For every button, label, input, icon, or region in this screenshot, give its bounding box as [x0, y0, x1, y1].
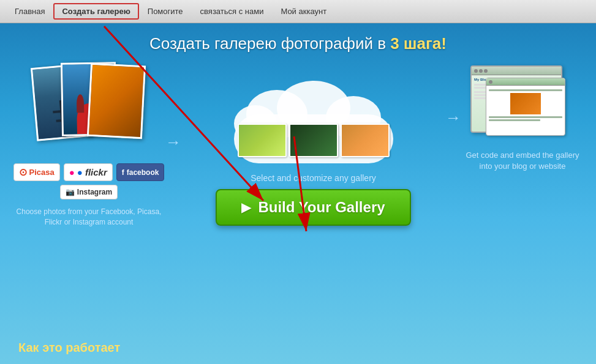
nav-account[interactable]: Мой аккаунт: [272, 3, 335, 20]
browser-line-s3: [489, 119, 540, 121]
browser-dot-3: [484, 69, 488, 73]
bottom-section: Как это работает: [18, 341, 120, 355]
photo-stack: [28, 59, 150, 157]
gallery-thumb-3: [341, 124, 390, 157]
social-logos: ⊙ Picasa ●● flickr f facebook 📷 Instagra…: [12, 163, 165, 199]
browser-bar: [472, 67, 561, 75]
browser-line-s1: [489, 89, 562, 91]
arrow-to-center: →: [165, 59, 181, 152]
gallery-thumb-1: [238, 124, 287, 157]
facebook-icon: f: [122, 168, 124, 177]
instagram-logo: 📷 Instagram: [60, 185, 118, 199]
browser-dot: [474, 69, 478, 73]
gallery-thumb-2: [289, 124, 338, 157]
browser-bar-secondary: [486, 78, 565, 86]
left-caption: Choose photos from your Facebook, Picasa…: [12, 207, 165, 228]
play-icon: ▶: [241, 200, 251, 215]
flickr-logo: ●● flickr: [64, 163, 113, 181]
instagram-icon: 📷: [66, 188, 75, 196]
browser-gallery-img: [510, 93, 541, 114]
picasa-icon: ⊙: [19, 166, 27, 178]
browser-mockup: My Blog: [470, 65, 575, 145]
right-caption: Get code and embed the gallery into your…: [461, 150, 584, 172]
browser-line-s2: [489, 116, 562, 118]
browser-secondary: [486, 78, 565, 136]
cta-label: Build Your Gallery: [258, 199, 385, 216]
cloud-container: [216, 59, 412, 169]
main-content: ⊙ Picasa ●● flickr f facebook 📷 Instagra…: [0, 59, 596, 228]
left-column: ⊙ Picasa ●● flickr f facebook 📷 Instagra…: [12, 59, 165, 228]
headline: Создать галерею фотографий в 3 шага!: [0, 34, 596, 53]
browser-content-secondary: [486, 86, 565, 125]
arrow-to-right: →: [445, 59, 461, 127]
nav-help[interactable]: Помогите: [139, 3, 192, 20]
nav-create-gallery[interactable]: Создать галерею: [53, 3, 138, 20]
center-caption: Select and customize any gallery: [251, 173, 376, 183]
gallery-thumbnails: [238, 124, 390, 157]
build-gallery-button[interactable]: ▶ Build Your Gallery: [216, 189, 410, 226]
photo-frame-3: [87, 63, 146, 139]
navigation: Главная Создать галерею Помогите связать…: [0, 0, 596, 23]
center-column: Select and customize any gallery ▶ Build…: [181, 59, 445, 226]
how-it-works-link[interactable]: Как это работает: [18, 341, 120, 355]
right-column: My Blog: [461, 59, 584, 172]
nav-contact[interactable]: связаться с нами: [192, 3, 273, 20]
picasa-logo: ⊙ Picasa: [13, 163, 60, 181]
browser-dot-s1: [489, 80, 492, 84]
facebook-logo: f facebook: [116, 163, 165, 181]
browser-dot-2: [479, 69, 483, 73]
flickr-icon: ●: [69, 167, 75, 177]
nav-home[interactable]: Главная: [6, 3, 53, 20]
